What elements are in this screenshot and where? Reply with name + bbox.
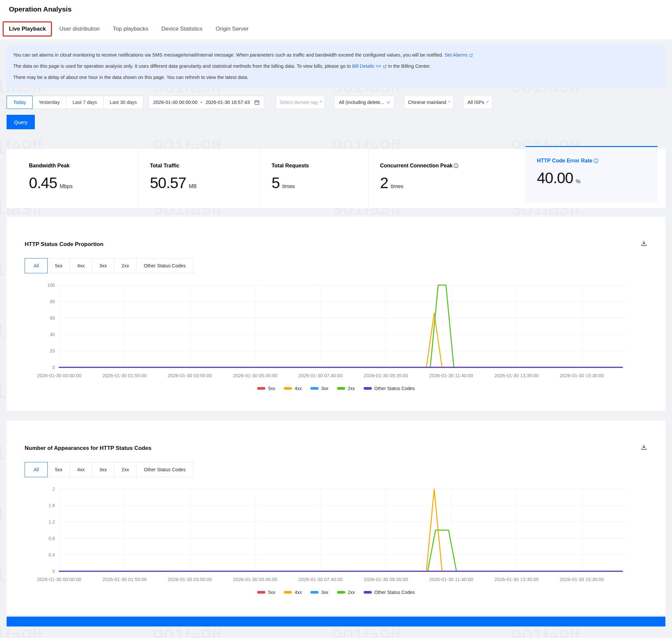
chart-panels: HTTP Status Code ProportionAll5xx4xx3xx2… (0, 217, 672, 615)
banner-text: There may be a delay of about one hour i… (13, 75, 248, 80)
chart-tab-3xx[interactable]: 3xx (92, 462, 115, 477)
range-button-last-7-days[interactable]: Last 7 days (66, 96, 104, 109)
legend-item-2xx[interactable]: 2xx (337, 386, 355, 391)
banner-text: You can set alarms in cloud monitoring t… (13, 52, 445, 57)
header-tabs: Live PlaybackUser distributionTop playba… (0, 18, 672, 39)
chart-tab-all[interactable]: All (25, 258, 48, 273)
calendar-icon (254, 100, 260, 105)
chart-tab-4xx[interactable]: 4xx (70, 258, 92, 273)
region-select[interactable]: Chinese mainland (404, 96, 453, 109)
download-icon (640, 443, 647, 451)
svg-text:2026-01-30 01:55:00: 2026-01-30 01:55:00 (102, 577, 147, 582)
legend-swatch (310, 387, 318, 390)
stat-http-code-error-rate-unit: % (576, 179, 580, 184)
query-button[interactable]: Query (6, 115, 35, 129)
stat-total-requests-unit: times (282, 184, 295, 189)
svg-text:40: 40 (50, 332, 55, 337)
tab-origin-server[interactable]: Origin Server (216, 26, 248, 32)
legend-label: 5xx (268, 386, 275, 391)
legend-label: 3xx (321, 386, 328, 391)
stats-panel: Bandwidth Peak0.45MbpsTotal Traffic50.57… (6, 149, 666, 208)
legend-swatch (310, 591, 318, 593)
legend-item-other-status-codes[interactable]: Other Status Codes (364, 386, 415, 391)
chart-tab-5xx[interactable]: 5xx (47, 462, 70, 477)
stat-total-traffic: Total Traffic50.57MB (138, 149, 260, 208)
filter-bar: TodayYesterdayLast 7 daysLast 30 days 20… (6, 96, 666, 109)
legend-item-3xx[interactable]: 3xx (310, 590, 328, 595)
page-title: Operation Analysis (9, 5, 672, 13)
date-range-picker[interactable]: 2026-01-30 00:00:00 ~ 2026-01-30 16:57:4… (149, 96, 264, 109)
svg-text:2026-01-30 07:40:00: 2026-01-30 07:40:00 (298, 577, 343, 582)
chart-tab-5xx[interactable]: 5xx (47, 258, 70, 273)
region-select-value: Chinese mainland (408, 100, 446, 105)
external-link-icon[interactable] (383, 65, 387, 69)
chevron-down-icon (386, 100, 390, 103)
svg-text:2026-01-30 07:40:00: 2026-01-30 07:40:00 (298, 373, 343, 378)
annotation-highlight-box: Live Playback (3, 21, 52, 36)
stat-concurrent-connection-peak-unit: times (391, 184, 403, 189)
info-icon[interactable] (453, 163, 459, 168)
svg-text:0.8: 0.8 (49, 536, 55, 541)
legend-swatch (284, 387, 292, 390)
domain-tag-select-value: Select domain tag (279, 100, 317, 105)
tab-top-playbacks[interactable]: Top playbacks (113, 26, 148, 32)
chart-tab-other-status-codes[interactable]: Other Status Codes (136, 462, 193, 477)
svg-text:2026-01-30 11:40:00: 2026-01-30 11:40:00 (429, 373, 473, 378)
download-button[interactable] (640, 443, 647, 451)
info-icon[interactable] (593, 158, 599, 164)
banner-line: The data on this page is used for operat… (13, 61, 659, 72)
legend-label: 2xx (348, 590, 355, 595)
svg-text:2026-01-30 03:50:00: 2026-01-30 03:50:00 (168, 577, 212, 582)
bill-details-link[interactable]: Bill Details >> (352, 64, 381, 69)
stat-total-requests: Total Requests5times (260, 149, 368, 208)
legend-item-4xx[interactable]: 4xx (284, 386, 302, 391)
chart-tab-4xx[interactable]: 4xx (70, 462, 92, 477)
legend-item-3xx[interactable]: 3xx (310, 386, 328, 391)
tab-live-playback[interactable]: Live Playback (9, 26, 46, 32)
chart-title: Number of Appearances for HTTP Status Co… (25, 445, 647, 452)
range-button-last-30-days[interactable]: Last 30 days (103, 96, 143, 109)
stat-bandwidth-peak-unit: Mbps (60, 184, 73, 189)
download-button[interactable] (640, 240, 647, 247)
info-banner: You can set alarms in cloud monitoring t… (6, 45, 666, 88)
tab-device-statistics[interactable]: Device Statistics (161, 26, 203, 32)
isp-select[interactable]: All ISPs (463, 96, 492, 109)
chart-panel-http-status-code-proportion: HTTP Status Code ProportionAll5xx4xx3xx2… (6, 217, 666, 411)
stat-concurrent-connection-peak-label: Concurrent Connection Peak (380, 163, 452, 169)
svg-text:0: 0 (52, 569, 55, 574)
range-button-yesterday[interactable]: Yesterday (32, 96, 66, 109)
stat-http-code-error-rate-label: HTTP Code Error Rate (537, 158, 592, 164)
domain-select[interactable]: All (including delete... (334, 96, 394, 109)
chart-tab-all[interactable]: All (25, 462, 48, 477)
stat-bandwidth-peak-label: Bandwidth Peak (29, 163, 70, 169)
legend-item-other-status-codes[interactable]: Other Status Codes (364, 590, 415, 595)
chevron-down-icon (486, 100, 488, 103)
chart-legend: 5xx4xx3xx2xxOther Status Codes (25, 590, 647, 595)
tab-user-distribution[interactable]: User distribution (59, 26, 100, 32)
chevron-down-icon (448, 100, 450, 102)
chart-tab-3xx[interactable]: 3xx (92, 258, 115, 273)
svg-text:0.4: 0.4 (49, 552, 55, 557)
date-range-end: 2026-01-30 16:57:43 (206, 100, 250, 105)
stat-http-code-error-rate[interactable]: HTTP Code Error Rate40.00% (525, 146, 657, 203)
legend-item-5xx[interactable]: 5xx (257, 590, 275, 595)
svg-text:2026-01-30 09:35:00: 2026-01-30 09:35:00 (364, 577, 408, 582)
legend-item-4xx[interactable]: 4xx (284, 590, 302, 595)
external-link-icon[interactable] (469, 53, 473, 57)
legend-swatch (337, 591, 345, 593)
set-alarms-link[interactable]: Set Alarms (445, 52, 467, 57)
range-button-today[interactable]: Today (6, 96, 33, 109)
chart-tab-2xx[interactable]: 2xx (114, 462, 137, 477)
page-header: Operation Analysis Live PlaybackUser dis… (0, 0, 672, 40)
date-range-separator: ~ (200, 100, 203, 105)
legend-label: 4xx (295, 590, 302, 595)
svg-text:1.2: 1.2 (49, 519, 55, 524)
chart-tab-other-status-codes[interactable]: Other Status Codes (136, 258, 193, 273)
stat-bandwidth-peak: Bandwidth Peak0.45Mbps (6, 149, 138, 208)
chart-tab-2xx[interactable]: 2xx (114, 258, 137, 273)
legend-item-5xx[interactable]: 5xx (257, 386, 275, 391)
legend-label: 5xx (268, 590, 275, 595)
domain-tag-select[interactable]: Select domain tag (276, 96, 325, 109)
legend-item-2xx[interactable]: 2xx (337, 590, 355, 595)
svg-text:2026-01-30 01:55:00: 2026-01-30 01:55:00 (102, 373, 147, 378)
